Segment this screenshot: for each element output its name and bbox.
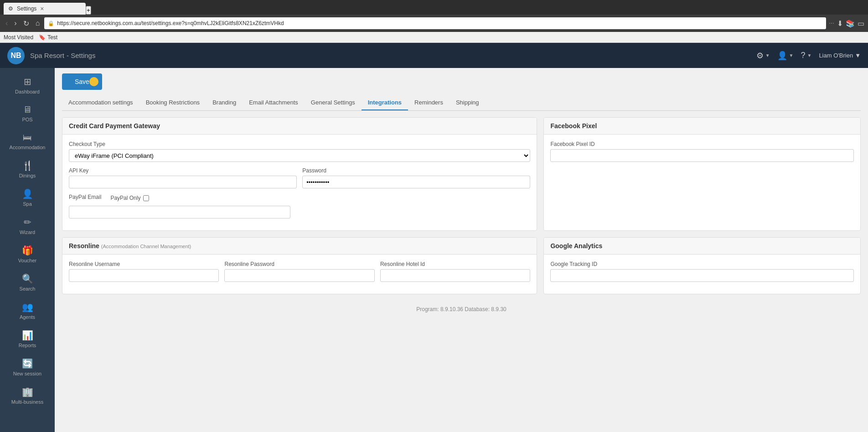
bookmark-test[interactable]: 🔖 Test	[39, 34, 57, 41]
user-dropdown-arrow: ▼	[789, 53, 794, 58]
tabs-bar: Accommodation settings Booking Restricti…	[62, 95, 861, 111]
sidebar-item-dashboard[interactable]: ⊞ Dashboard	[0, 72, 55, 99]
resonline-hotel-id-group: Resonline Hotel Id	[380, 261, 530, 282]
help-dropdown-arrow: ▼	[807, 53, 811, 58]
credit-card-panel-header: Credit Card Payment Gateway	[62, 118, 537, 135]
sidebar-item-dinings[interactable]: 🍴 Dinings	[0, 156, 55, 183]
password-input[interactable]	[302, 176, 530, 188]
resonline-username-label: Resonline Username	[69, 261, 219, 267]
sidebar-toggle-icon[interactable]: ▭	[858, 19, 864, 28]
pixel-id-label: Facebook Pixel ID	[550, 141, 854, 147]
sidebar-label-wizard: Wizard	[20, 229, 35, 235]
checkout-type-group: Checkout Type eWay iFrame (PCI Compliant…	[69, 141, 530, 162]
sidebar-item-pos[interactable]: 🖥 POS	[0, 100, 55, 127]
checkout-type-select[interactable]: eWay iFrame (PCI Compliant)StripePayPalN…	[69, 149, 530, 162]
browser-tab[interactable]: ⚙ Settings ×	[4, 3, 86, 15]
tab-title: Settings	[17, 5, 36, 12]
bookmarks-bar: Most Visited 🔖 Test	[0, 32, 868, 43]
tab-close-button[interactable]: ×	[40, 5, 44, 12]
multi-business-icon: 🏢	[22, 386, 33, 397]
search-icon: 🔍	[22, 273, 33, 284]
sidebar-label-voucher: Voucher	[18, 258, 36, 263]
help-icon: ?	[801, 51, 805, 60]
resonline-username-group: Resonline Username	[69, 261, 219, 282]
sidebar-label-search: Search	[20, 286, 36, 291]
home-button[interactable]: ⌂	[34, 18, 42, 28]
bottom-panels-row: Resonline (Accommodation Channel Managem…	[62, 237, 861, 294]
checkout-type-label: Checkout Type	[69, 141, 530, 147]
api-key-input[interactable]	[69, 176, 297, 188]
app-logo: NB	[7, 47, 25, 64]
sidebar-item-multi-business[interactable]: 🏢 Multi-business	[0, 382, 55, 409]
resonline-subtitle: (Accommodation Channel Management)	[101, 244, 191, 249]
settings-dropdown-arrow: ▼	[765, 53, 770, 58]
paypal-only-label: PayPal Only	[110, 195, 149, 201]
sidebar-item-wizard[interactable]: ✏ Wizard	[0, 212, 55, 239]
new-tab-button[interactable]: +	[86, 6, 91, 15]
tab-booking-restrictions[interactable]: Booking Restrictions	[140, 95, 207, 110]
header-icons: ⚙ ▼ 👤 ▼ ? ▼ Liam O'Brien ▼	[756, 51, 861, 61]
sidebar-item-agents[interactable]: 👥 Agents	[0, 297, 55, 324]
api-key-col: API Key	[69, 167, 297, 194]
tab-accommodation-settings[interactable]: Accommodation settings	[62, 95, 140, 110]
address-bar: ‹ › ↻ ⌂ 🔒 https://secure.netbookings.com…	[0, 15, 868, 32]
sidebar-item-voucher[interactable]: 🎁 Voucher	[0, 240, 55, 268]
tab-shipping[interactable]: Shipping	[450, 95, 486, 110]
tab-bar: ⚙ Settings × +	[0, 0, 868, 15]
tab-reminders[interactable]: Reminders	[408, 95, 450, 110]
resonline-panel-header: Resonline (Accommodation Channel Managem…	[62, 238, 537, 255]
username-display[interactable]: Liam O'Brien ▼	[819, 52, 861, 59]
resonline-username-input[interactable]	[69, 269, 219, 282]
library-icon[interactable]: 📚	[846, 19, 855, 28]
tracking-id-input[interactable]	[550, 269, 854, 282]
facebook-panel-body: Facebook Pixel ID	[544, 135, 860, 174]
lock-icon: 🔒	[48, 21, 54, 26]
save-button[interactable]: Save	[62, 73, 102, 90]
sidebar-item-new-session[interactable]: 🔄 New session	[0, 354, 55, 381]
footer-text: Program: 8.9.10.36 Database: 8.9.30	[416, 306, 506, 312]
resonline-password-group: Resonline Password	[224, 261, 374, 282]
url-text: https://secure.netbookings.com.au/test/s…	[57, 20, 822, 26]
settings-icon-button[interactable]: ⚙ ▼	[756, 51, 770, 61]
url-bar[interactable]: 🔒 https://secure.netbookings.com.au/test…	[44, 17, 826, 29]
user-icon-button[interactable]: 👤 ▼	[777, 51, 794, 61]
tab-branding[interactable]: Branding	[206, 95, 243, 110]
google-panel-header: Google Analytics	[544, 238, 860, 255]
resonline-hotel-id-label: Resonline Hotel Id	[380, 261, 530, 267]
sidebar-item-accommodation[interactable]: 🛏 Accommodation	[0, 128, 55, 155]
sidebar-label-accommodation: Accommodation	[10, 145, 46, 150]
resonline-hotel-id-input[interactable]	[380, 269, 530, 282]
spa-icon: 👤	[22, 188, 33, 199]
resonline-password-input[interactable]	[224, 269, 374, 282]
paypal-email-input[interactable]	[69, 206, 290, 219]
tab-general-settings[interactable]: General Settings	[305, 95, 362, 110]
back-button[interactable]: ‹	[4, 18, 10, 28]
url-extra-button[interactable]: ⋯	[829, 20, 834, 26]
pixel-id-input[interactable]	[550, 149, 854, 162]
tab-email-attachments[interactable]: Email Attachments	[243, 95, 305, 110]
credit-card-panel: Credit Card Payment Gateway Checkout Typ…	[62, 117, 537, 231]
paypal-row: PayPal Email PayPal Only	[69, 194, 530, 202]
sidebar-label-agents: Agents	[20, 314, 35, 320]
dinings-icon: 🍴	[22, 160, 33, 171]
facebook-panel-header: Facebook Pixel	[544, 118, 860, 135]
gear-icon: ⚙	[756, 51, 764, 61]
sidebar-item-reports[interactable]: 📊 Reports	[0, 325, 55, 353]
refresh-button[interactable]: ↻	[21, 18, 31, 29]
tab-integrations[interactable]: Integrations	[362, 95, 408, 110]
wizard-icon: ✏	[24, 217, 31, 228]
pos-icon: 🖥	[23, 104, 32, 115]
paypal-only-checkbox[interactable]	[143, 195, 149, 201]
sidebar-item-search[interactable]: 🔍 Search	[0, 269, 55, 296]
accommodation-icon: 🛏	[23, 132, 32, 143]
bookmark-most-visited[interactable]: Most Visited	[4, 34, 33, 41]
password-label: Password	[302, 167, 530, 174]
sidebar-label-dinings: Dinings	[19, 173, 36, 178]
sidebar-label-pos: POS	[22, 117, 32, 122]
help-icon-button[interactable]: ? ▼	[801, 51, 811, 60]
reports-icon: 📊	[22, 330, 33, 341]
forward-button[interactable]: ›	[12, 18, 18, 28]
sidebar-item-spa[interactable]: 👤 Spa	[0, 184, 55, 211]
api-key-group: API Key	[69, 167, 297, 188]
download-icon[interactable]: ⬇	[837, 19, 843, 28]
